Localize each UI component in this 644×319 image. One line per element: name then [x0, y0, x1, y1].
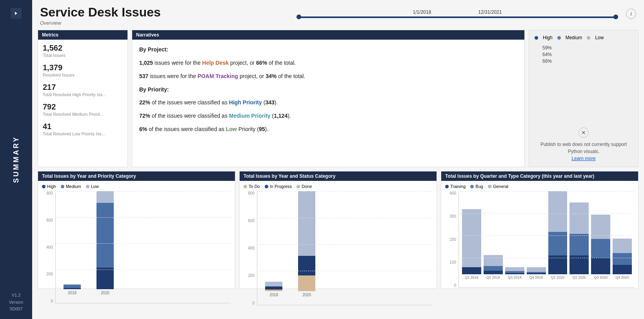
- q4-2019-general: [527, 267, 546, 272]
- q3-2020-label: Q3 2020: [594, 275, 608, 279]
- narrative-l1-count: 1,025: [139, 60, 153, 66]
- bar2-2018-todo: [265, 290, 282, 291]
- info-icon[interactable]: i: [626, 9, 636, 19]
- legend-low: Low: [86, 184, 99, 189]
- p3-count: 95: [259, 126, 265, 132]
- metrics-body: 1,562 Total Issues 1,379 Resolved Issues…: [38, 40, 127, 167]
- charts-row: Total Issues by Year and Priority Catego…: [32, 171, 644, 293]
- bar-2020-label: 2020: [101, 291, 109, 295]
- p2-pct: 72%: [139, 113, 150, 119]
- q4-2020-bug: [613, 253, 632, 265]
- bar2-2020-done: [298, 191, 315, 256]
- date-end: 12/31/2021: [478, 9, 502, 15]
- bar2-2020-inprogress: [298, 256, 315, 275]
- legend-low-label: Low: [595, 35, 604, 40]
- chart1-yaxis: 800 600 400 200 0: [42, 191, 53, 303]
- bar-2020-high: [96, 268, 114, 289]
- q4-2020-general: [613, 239, 632, 253]
- narrative-p3: 6% of the issues were classified as Low …: [139, 125, 517, 134]
- legend-training: Training: [445, 184, 466, 189]
- legend-done: Done: [297, 184, 312, 189]
- metric-low-priority-label: Total Resolved Low Priority Iss...: [43, 131, 123, 136]
- page-subtitle: Overview: [40, 20, 161, 26]
- dot-todo: [244, 185, 247, 188]
- bar-2020-low: [96, 191, 114, 203]
- chart3-legend: Training Bug General: [445, 184, 634, 189]
- pct-rows: 59% 64% 66%: [542, 45, 633, 65]
- q3-2019-general: [505, 267, 524, 271]
- chart-status-header: Total Issues by Year and Status Category: [240, 171, 437, 181]
- legend-high: High: [42, 184, 56, 189]
- chart-priority-header: Total Issues by Year and Priority Catego…: [38, 171, 235, 181]
- chart3-q4-2019: Q4 2019: [527, 267, 546, 279]
- dot-general: [488, 185, 491, 188]
- metric-low-priority: 41 Total Resolved Low Priority Iss...: [43, 122, 123, 136]
- slider-thumb-left[interactable]: [297, 15, 301, 19]
- date-range: 1/1/2018 12/31/2021: [297, 9, 618, 18]
- chart-status: Total Issues by Year and Status Category…: [239, 171, 437, 289]
- bar-2018-high: [64, 288, 81, 289]
- q1-2020-general: [548, 191, 568, 232]
- legend-general: General: [488, 184, 508, 189]
- legend-medium-label: Medium: [566, 35, 582, 40]
- chart3-q3-2020: Q3 2020: [591, 215, 610, 279]
- slider-thumb-right[interactable]: [613, 15, 618, 19]
- chart3-q2-2019: Q2 2019: [484, 255, 503, 279]
- q2-2020-general: [569, 202, 589, 234]
- q4-2019-label: Q4 2019: [529, 275, 543, 279]
- dot-done: [297, 185, 300, 188]
- dot-low-chart1: [86, 185, 89, 188]
- bar-2020-medium: [96, 203, 114, 268]
- legend-dots: High Medium Low: [535, 35, 633, 40]
- p1-pct: 22%: [139, 99, 150, 106]
- narrative-l1-project: Help Desk: [202, 60, 229, 66]
- chart-priority-body: High Medium Low 800 600 400: [38, 181, 235, 306]
- metric-high-priority-value: 217: [43, 83, 123, 92]
- narrative-l2-pct: 34%: [266, 73, 277, 79]
- q1-2020-bug: [548, 232, 568, 255]
- sidebar-toggle[interactable]: [11, 8, 22, 19]
- q1-2019-training: [462, 267, 481, 274]
- learn-more-link[interactable]: Learn more: [571, 156, 595, 161]
- svg-marker-0: [15, 12, 17, 15]
- main-content: Service Desk Issues Overview 1/1/2018 12…: [32, 0, 644, 319]
- publish-warning-text: Publish to web does not currently suppor…: [535, 141, 633, 162]
- cards-row: Metrics 1,562 Total Issues 1,379 Resolve…: [32, 26, 644, 171]
- chart3-yaxis: 400 300 200 100 0: [445, 191, 456, 288]
- q1-2020-training: [548, 255, 568, 274]
- legend-bug: Bug: [470, 184, 483, 189]
- header-right: 1/1/2018 12/31/2021 i: [297, 9, 636, 19]
- pct-row-1: 59%: [542, 45, 633, 51]
- bar-2018-medium: [64, 285, 81, 288]
- date-slider[interactable]: [297, 16, 618, 18]
- chart2-bar-2020-label: 2020: [302, 293, 311, 297]
- metric-resolved-issues: 1,379 Resolved Issues: [43, 63, 123, 77]
- dot-training: [445, 185, 449, 188]
- close-icon[interactable]: ✕: [579, 128, 589, 138]
- dot-low: [587, 36, 590, 40]
- narrative-l1-pct: 66%: [256, 60, 267, 66]
- chart-type-body: Training Bug General 400 300 2: [441, 181, 638, 291]
- narratives-body: By Project: 1,025 issues were for the He…: [132, 40, 524, 144]
- metric-medium-priority-label: Total Resolved Medium Priorit...: [43, 112, 123, 117]
- metrics-header: Metrics: [38, 30, 127, 40]
- chart3-q2-2020: Q2 2020: [569, 202, 589, 279]
- legend-card: High Medium Low 59% 64% 66% ✕ Publish to…: [529, 30, 639, 167]
- narratives-card: Narratives By Project: 1,025 issues were…: [132, 30, 525, 167]
- chart-type: Total Issues by Quarter and Type Categor…: [441, 171, 639, 289]
- page-title: Service Desk Issues: [40, 5, 161, 19]
- q1-2019-general: [462, 209, 481, 267]
- by-priority-label: By Priority:: [139, 86, 169, 93]
- narrative-l2-project: POAM Tracking: [198, 73, 238, 79]
- chart3-q4-2020: Q4 2020: [613, 239, 632, 279]
- metric-total-issues-label: Total Issues: [43, 53, 123, 58]
- q2-2020-bug: [569, 234, 589, 255]
- chart2-bar-2020: 2020: [298, 191, 315, 297]
- p1-count: 343: [265, 99, 274, 106]
- sidebar: SUMMARY V1.2 Version SD007: [0, 0, 32, 319]
- by-project-label: By Project:: [139, 46, 168, 53]
- pct-row-2: 64%: [542, 52, 633, 57]
- chart2-bar-2018-label: 2018: [269, 293, 278, 297]
- chart3-q1-2019: Q1 2019: [462, 209, 481, 279]
- q3-2020-bug: [591, 239, 610, 258]
